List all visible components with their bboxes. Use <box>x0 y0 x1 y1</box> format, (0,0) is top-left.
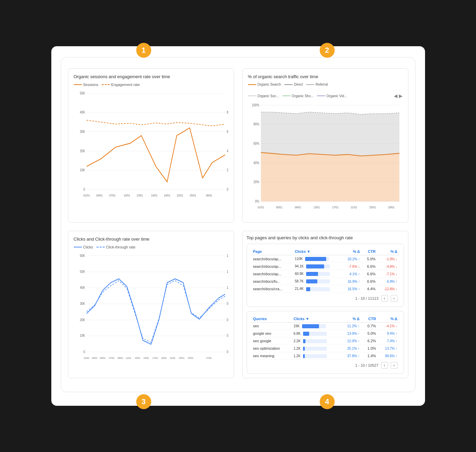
cell-page: search/docs/cra... <box>251 285 293 293</box>
th-ctr-delta2: % Δ <box>378 315 400 323</box>
table-row: search/docs/cra...21.4K 16.5% ↑4.4%-12.8… <box>251 285 400 293</box>
ctr-dashed-icon <box>96 247 105 247</box>
svg-text:13/01: 13/01 <box>135 357 140 360</box>
table-row: search/docs/ap...110K 20.2% ↑5.0%-1.9% ↓ <box>251 255 400 263</box>
table2-next-btn[interactable]: › <box>391 362 398 369</box>
table-row: seo meaning1.2K 37.8% ↑1.4%90.6% ↑ <box>251 352 400 360</box>
tables-card: Top pages and queries by clicks and clic… <box>242 231 408 378</box>
cell-page: search/docs/ap... <box>251 270 293 278</box>
cell-clicks: 6.8K <box>292 330 340 337</box>
clicks-line-icon <box>74 247 82 247</box>
legend-organic-search: Organic Search <box>248 83 281 86</box>
cell-ctr-delta: 90.6% ↑ <box>378 352 400 360</box>
cell-ctr: 6.6% <box>362 270 377 278</box>
table-row: search/docs/ap...94.1K -7.6% ↓6.6%-4.8% … <box>251 263 400 270</box>
cell-ctr-delta: -4.8% ↓ <box>377 263 399 270</box>
cell-ctr-delta: -4.1% ↓ <box>378 322 400 330</box>
chart3-legend-ctr: Click-through rate <box>96 245 136 249</box>
th-page: Page <box>251 248 293 255</box>
cell-ctr: 6.2% <box>362 337 378 345</box>
svg-text:25/01: 25/01 <box>188 357 193 360</box>
cell-pct-delta: 16.5% ↑ <box>341 285 362 293</box>
cell-clicks: 110K <box>293 255 342 263</box>
engagement-dashed-icon <box>102 84 110 85</box>
cell-pct-delta: -7.6% ↓ <box>341 263 362 270</box>
svg-text:19/01: 19/01 <box>164 193 170 197</box>
th-clicks2[interactable]: Clicks ▼ <box>292 315 340 323</box>
table1-next-btn[interactable]: › <box>391 295 398 302</box>
svg-text:22/01: 22/01 <box>177 193 183 197</box>
svg-text:05/01: 05/01 <box>100 357 106 360</box>
table-row: seo19K 11.2% ↑0.7%-4.1% ↓ <box>251 322 400 330</box>
svg-text:0.75%: 0.75% <box>227 302 228 306</box>
table1-section: Page Clicks ▼ % Δ CTR % Δ search/docs/ap… <box>247 244 404 307</box>
svg-text:50K: 50K <box>80 270 85 274</box>
badge-3: 3 <box>136 394 151 409</box>
svg-text:60K: 60K <box>80 254 85 258</box>
direct-icon <box>284 84 293 85</box>
chart2-card: % of organic search traffic over time Or… <box>242 68 408 223</box>
cell-clicks: 21.4K <box>293 285 342 293</box>
legend-organic-sho: Organic Sho... <box>282 93 314 99</box>
th-clicks[interactable]: Clicks ▼ <box>293 248 342 255</box>
table2-pagination: 1 - 10 / 10527 ‹ › <box>251 360 400 369</box>
cell-ctr: 0.6% <box>362 278 377 285</box>
chart1-title: Organic sessions and engagement rate ove… <box>74 74 228 79</box>
cell-page: seo meaning <box>251 352 292 360</box>
svg-text:20K: 20K <box>80 318 85 322</box>
svg-text:13/01: 13/01 <box>136 193 143 197</box>
badge-4: 4 <box>320 394 335 409</box>
badge-2: 2 <box>320 43 335 58</box>
chart1-legend-sessions: Sessions <box>74 83 99 87</box>
cell-ctr-delta: -7.1% ↓ <box>377 270 399 278</box>
cell-page: search/docs/fu... <box>251 278 293 285</box>
cell-ctr-delta: -1.9% ↓ <box>377 255 399 263</box>
table1-pagination: 1 - 10 / 11113 ‹ › <box>251 293 400 302</box>
svg-text:16/01: 16/01 <box>151 193 157 197</box>
svg-text:1.25%: 1.25% <box>227 270 228 274</box>
chart2-next-btn[interactable]: ▶ <box>399 93 403 99</box>
svg-text:100%: 100% <box>252 103 259 107</box>
cell-ctr-delta: -12.8% ↓ <box>377 285 399 293</box>
badge-1: 1 <box>136 43 151 58</box>
cell-page: seo optimization <box>251 345 292 352</box>
organic-search-icon <box>248 84 256 85</box>
cell-pct-delta: 25.1% ↑ <box>340 345 362 352</box>
cell-clicks: 1.2K <box>292 352 340 360</box>
svg-text:0: 0 <box>83 187 85 191</box>
svg-text:23/01: 23/01 <box>179 357 184 360</box>
cell-ctr-delta: 13.7% ↑ <box>378 345 400 352</box>
svg-text:05/01: 05/01 <box>276 205 282 209</box>
cell-ctr: 6.6% <box>362 263 377 270</box>
svg-text:10K: 10K <box>80 334 85 338</box>
svg-text:0.25%: 0.25% <box>227 334 228 338</box>
cell-ctr: 4.4% <box>362 285 377 293</box>
chart2-prev-btn[interactable]: ◀ <box>394 93 398 99</box>
chart2-legend: Organic Search Direct Referral Organic S… <box>248 83 403 99</box>
table2-prev-btn[interactable]: ‹ <box>381 362 388 369</box>
table1-prev-btn[interactable]: ‹ <box>381 295 388 302</box>
cell-page: search/docs/ap... <box>251 255 293 263</box>
cell-page: seo <box>251 322 292 330</box>
svg-text:40K: 40K <box>80 110 85 115</box>
cell-clicks: 2.2K <box>292 337 340 345</box>
table1: Page Clicks ▼ % Δ CTR % Δ search/docs/ap… <box>251 248 400 293</box>
legend-referral: Referral <box>306 83 328 86</box>
chart1-svg: 0 10K 20K 30K 40K 50K 0% 20% 40% 60% 80% <box>74 89 228 205</box>
cell-ctr: 5.0% <box>362 255 377 263</box>
cell-ctr: 0.7% <box>362 322 378 330</box>
svg-text:0%: 0% <box>227 350 228 354</box>
svg-text:25/01: 25/01 <box>190 193 196 197</box>
svg-text:10/01: 10/01 <box>123 193 130 197</box>
chart3-title: Clicks and Click-through rate over time <box>74 237 228 242</box>
sessions-line-icon <box>74 84 82 85</box>
cell-ctr: 1.4% <box>362 352 378 360</box>
organic-vid-icon <box>317 95 325 96</box>
svg-text:28/01: 28/01 <box>206 193 212 197</box>
cell-pct-delta: 20.2% ↑ <box>341 255 362 263</box>
svg-text:50K: 50K <box>80 91 85 95</box>
svg-text:40%: 40% <box>253 161 260 165</box>
referral-icon <box>306 84 314 85</box>
table-row: seo google2.2K 12.0% ↑6.2%7.4% ↑ <box>251 337 400 345</box>
chart1-legend: Sessions Engagement rate <box>74 83 228 87</box>
